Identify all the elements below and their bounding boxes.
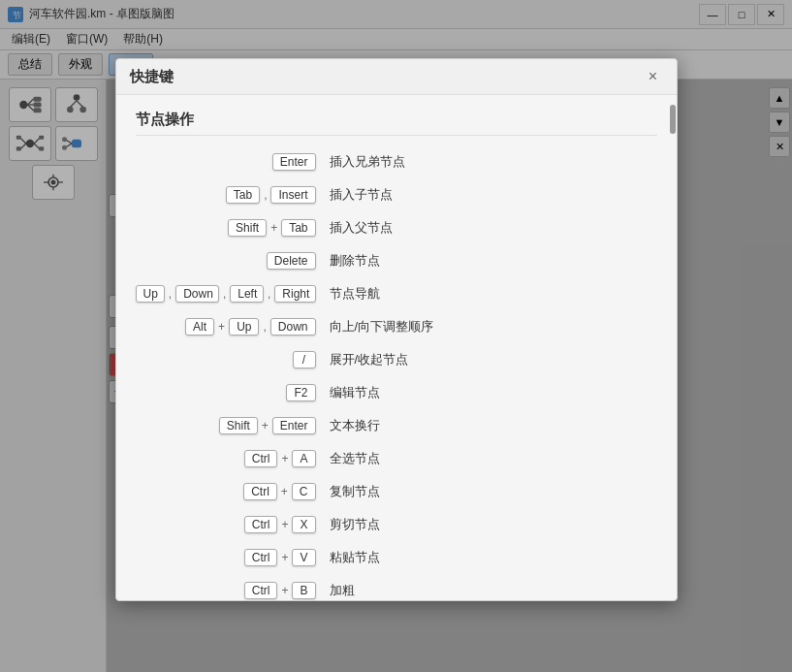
keys-alt-updown: Alt + Up , Down [136,318,330,336]
shortcut-row-tab-insert: Tab , Insert 插入子节点 [136,182,657,208]
key-shift-1: Shift [228,219,267,237]
shortcut-row-f2: F2 编辑节点 [136,380,657,405]
key-b: B [292,582,315,599]
key-tab-2: Tab [281,219,315,237]
key-ctrl-5: Ctrl [244,582,278,599]
shortcut-row-shift-enter: Shift + Enter 文本换行 [136,413,657,438]
key-tab: Tab [226,186,260,204]
key-ctrl-2: Ctrl [243,483,277,500]
key-a: A [292,450,315,467]
key-x: X [292,516,315,533]
shortcut-row-slash: / 展开/收起节点 [136,347,657,372]
desc-ctrl-v: 粘贴节点 [330,549,380,566]
keys-shift-tab: Shift + Tab [136,219,330,237]
key-right: Right [274,285,315,303]
key-up: Up [136,285,165,303]
key-up-2: Up [229,318,259,336]
modal-header: 快捷键 × [116,59,677,95]
key-down: Down [175,285,219,303]
keys-ctrl-a: Ctrl + A [136,450,330,467]
shortcut-row-enter: Enter 插入兄弟节点 [136,149,657,175]
key-ctrl-3: Ctrl [244,516,278,533]
key-c: C [292,483,316,500]
desc-f2: 编辑节点 [330,384,380,401]
desc-shift-enter: 文本换行 [330,417,380,434]
shortcut-row-alt-updown: Alt + Up , Down 向上/向下调整顺序 [136,314,657,339]
desc-slash: 展开/收起节点 [330,351,409,368]
keys-ctrl-v: Ctrl + V [136,549,330,566]
keys-ctrl-b: Ctrl + B [136,582,330,599]
desc-alt-updown: 向上/向下调整顺序 [330,318,434,336]
key-slash: / [293,351,316,368]
key-alt: Alt [185,318,214,336]
modal-title: 快捷键 [130,68,174,86]
keys-f2: F2 [136,384,330,401]
scroll-indicator [670,105,676,134]
keys-arrows: Up , Down , Left , Right [136,285,330,303]
desc-ctrl-b: 加粗 [330,582,355,599]
desc-enter: 插入兄弟节点 [330,153,405,171]
key-shift-2: Shift [219,417,258,434]
key-enter-2: Enter [272,417,316,434]
key-left: Left [230,285,264,303]
key-insert: Insert [270,186,315,204]
key-delete: Delete [267,252,316,270]
shortcut-row-delete: Delete 删除节点 [136,248,657,273]
desc-ctrl-a: 全选节点 [330,450,380,467]
key-enter: Enter [272,153,316,171]
keys-delete: Delete [136,252,330,270]
key-down-2: Down [270,318,316,336]
modal-body[interactable]: 节点操作 Enter 插入兄弟节点 Tab , Insert 插入子节点 [116,95,677,600]
desc-ctrl-x: 剪切节点 [330,516,380,533]
shortcut-row-ctrl-v: Ctrl + V 粘贴节点 [136,545,657,570]
desc-arrows: 节点导航 [330,285,380,303]
section-node-ops: 节点操作 [136,111,657,136]
keys-enter: Enter [136,153,330,171]
shortcut-row-ctrl-a: Ctrl + A 全选节点 [136,446,657,471]
desc-ctrl-c: 复制节点 [330,483,380,500]
keys-ctrl-x: Ctrl + X [136,516,330,533]
key-ctrl-1: Ctrl [244,450,278,467]
modal-close-button[interactable]: × [644,67,663,86]
desc-tab-insert: 插入子节点 [330,186,393,204]
keys-slash: / [136,351,330,368]
key-v: V [292,549,315,566]
shortcut-row-arrows: Up , Down , Left , Right 节点导航 [136,281,657,306]
keys-tab-insert: Tab , Insert [136,186,330,204]
key-ctrl-4: Ctrl [244,549,278,566]
shortcut-row-ctrl-b: Ctrl + B 加粗 [136,578,657,600]
modal-overlay: 快捷键 × 节点操作 Enter 插入兄弟节点 Tab , Insert [0,0,792,672]
shortcut-row-ctrl-x: Ctrl + X 剪切节点 [136,512,657,537]
shortcut-dialog: 快捷键 × 节点操作 Enter 插入兄弟节点 Tab , Insert [115,58,678,601]
keys-ctrl-c: Ctrl + C [136,483,330,500]
shortcut-row-shift-tab: Shift + Tab 插入父节点 [136,215,657,240]
shortcut-row-ctrl-c: Ctrl + C 复制节点 [136,479,657,504]
desc-delete: 删除节点 [330,252,380,270]
key-f2: F2 [286,384,315,401]
desc-shift-tab: 插入父节点 [330,219,393,237]
keys-shift-enter: Shift + Enter [136,417,330,434]
